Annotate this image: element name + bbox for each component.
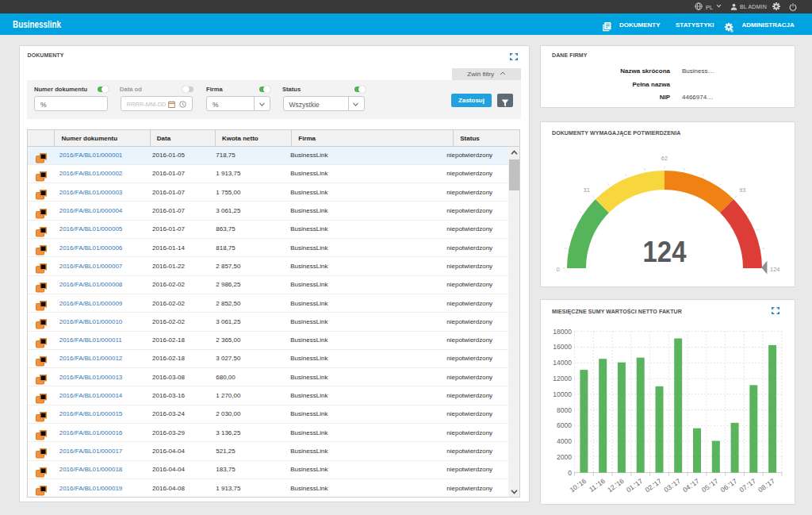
svg-text:93: 93 xyxy=(739,186,745,194)
svg-text:01.'17: 01.'17 xyxy=(625,477,645,494)
svg-text:62: 62 xyxy=(661,155,668,162)
svg-text:10000: 10000 xyxy=(553,390,572,398)
svg-text:05.'17: 05.'17 xyxy=(700,477,720,494)
svg-text:14000: 14000 xyxy=(553,359,572,367)
svg-text:08.'17: 08.'17 xyxy=(756,477,776,494)
svg-text:16000: 16000 xyxy=(553,343,572,351)
svg-text:124: 124 xyxy=(643,236,687,268)
svg-text:11.'16: 11.'16 xyxy=(588,477,607,494)
svg-text:18000: 18000 xyxy=(553,328,572,336)
svg-text:04.'17: 04.'17 xyxy=(681,477,701,494)
svg-text:03.'17: 03.'17 xyxy=(662,477,682,494)
svg-text:6000: 6000 xyxy=(557,421,572,429)
svg-text:07.'17: 07.'17 xyxy=(737,477,757,494)
svg-text:2000: 2000 xyxy=(557,453,572,461)
svg-text:124: 124 xyxy=(770,266,780,273)
svg-text:02.'17: 02.'17 xyxy=(644,477,664,494)
svg-text:12000: 12000 xyxy=(553,375,572,382)
svg-text:8000: 8000 xyxy=(557,406,572,414)
svg-text:0: 0 xyxy=(568,469,572,477)
svg-text:10.'16: 10.'16 xyxy=(569,477,588,494)
svg-text:31: 31 xyxy=(584,186,590,194)
svg-text:4000: 4000 xyxy=(557,437,572,445)
svg-text:12.'16: 12.'16 xyxy=(606,477,626,494)
svg-text:0: 0 xyxy=(557,266,560,273)
svg-text:06.'17: 06.'17 xyxy=(719,477,739,494)
